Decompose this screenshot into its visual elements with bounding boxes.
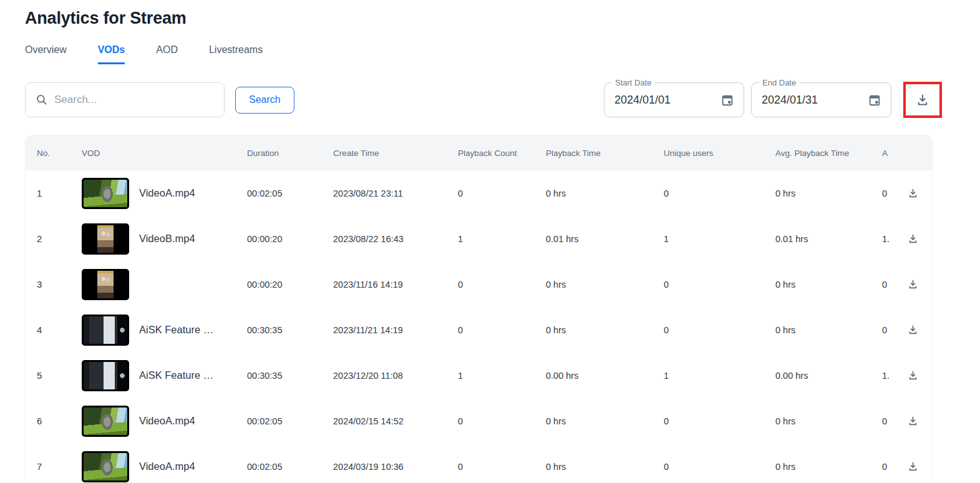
download-icon	[907, 187, 919, 199]
playback-time-value: 0.01 hrs	[546, 234, 664, 244]
a-column-value: 0	[882, 188, 903, 198]
tab-aod[interactable]: AOD	[156, 44, 178, 64]
vod-cell: VideoA.mp4	[82, 451, 247, 482]
avg-playback-time-value: 0.01 hrs	[775, 234, 882, 244]
create-time-value: 2023/08/21 23:11	[333, 188, 458, 198]
calendar-icon[interactable]	[868, 93, 881, 107]
table-row: 3 00:00:20 2023/11/16 14:19 0 0 hrs 0 0 …	[26, 261, 932, 307]
unique-users-value: 0	[664, 325, 775, 335]
vod-cell: VideoB.mp4	[82, 223, 247, 255]
column-header-vod: VOD	[82, 149, 247, 158]
a-column-value: 0	[882, 280, 903, 290]
avg-playback-time-value: 0.00 hrs	[775, 371, 882, 381]
column-header-unique-users: Unique users	[664, 149, 775, 158]
create-time-value: 2023/11/16 14:19	[333, 280, 458, 290]
vod-thumbnail[interactable]	[82, 178, 129, 209]
vod-thumbnail[interactable]	[82, 315, 129, 346]
row-download-button[interactable]	[905, 321, 921, 338]
tab-livestreams[interactable]: Livestreams	[209, 44, 263, 64]
row-download-button[interactable]	[905, 185, 921, 202]
row-download-cell	[903, 367, 932, 384]
tab-vods[interactable]: VODs	[98, 44, 125, 64]
vod-thumbnail[interactable]	[82, 451, 129, 482]
duration-value: 00:30:35	[247, 371, 333, 381]
start-date-value: 2024/01/01	[614, 94, 671, 107]
row-download-cell	[903, 458, 932, 475]
search-input[interactable]	[54, 94, 214, 106]
create-time-value: 2023/11/21 14:19	[333, 325, 458, 335]
unique-users-value: 0	[664, 462, 775, 472]
unique-users-value: 1	[664, 234, 775, 244]
export-download-button[interactable]	[903, 82, 942, 118]
playback-time-value: 0 hrs	[546, 416, 664, 426]
vod-cell: VideoA.mp4	[82, 406, 247, 437]
row-download-cell	[903, 230, 932, 247]
a-column-value: 0	[882, 462, 903, 472]
row-download-button[interactable]	[905, 276, 921, 293]
row-download-cell	[903, 276, 932, 293]
row-download-cell	[903, 412, 932, 429]
a-column-value: 1.	[882, 371, 903, 381]
download-icon	[915, 92, 930, 107]
vod-cell: AiSK Feature …	[82, 315, 247, 346]
avg-playback-time-value: 0 hrs	[775, 280, 882, 290]
playback-time-value: 0 hrs	[546, 188, 664, 198]
table-row: 6 VideoA.mp4 00:02:05 2024/02/15 14:52 0…	[26, 398, 932, 444]
calendar-icon[interactable]	[720, 93, 734, 107]
unique-users-value: 0	[664, 416, 775, 426]
playback-count-value: 0	[458, 325, 546, 335]
column-header-playback-count: Playback Count	[458, 149, 546, 158]
duration-value: 00:00:20	[247, 234, 333, 244]
avg-playback-time-value: 0 hrs	[775, 416, 882, 426]
vod-thumbnail[interactable]	[82, 360, 129, 391]
duration-value: 00:02:05	[247, 462, 333, 472]
row-number: 2	[37, 233, 82, 244]
start-date-field[interactable]: Start Date 2024/01/01	[604, 82, 744, 117]
vod-thumbnail[interactable]	[82, 269, 129, 300]
playback-time-value: 0 hrs	[546, 462, 664, 472]
vod-name: VideoB.mp4	[139, 233, 195, 245]
vod-name: VideoA.mp4	[139, 415, 195, 427]
create-time-value: 2023/08/22 16:43	[333, 234, 458, 244]
vod-name: VideoA.mp4	[139, 187, 195, 199]
unique-users-value: 0	[664, 188, 775, 198]
end-date-label: End Date	[759, 77, 799, 88]
duration-value: 00:02:05	[247, 188, 333, 198]
playback-time-value: 0.00 hrs	[546, 371, 664, 381]
filter-bar: Search Start Date 2024/01/01 End Date 20…	[25, 82, 942, 118]
download-icon	[907, 324, 919, 336]
create-time-value: 2024/02/15 14:52	[333, 416, 458, 426]
end-date-field[interactable]: End Date 2024/01/31	[751, 82, 891, 117]
table-body: 1 VideoA.mp4 00:02:05 2023/08/21 23:11 0…	[26, 170, 932, 483]
table-row: 2 VideoB.mp4 00:00:20 2023/08/22 16:43 1…	[26, 216, 932, 261]
playback-count-value: 0	[458, 280, 546, 290]
tab-overview[interactable]: Overview	[25, 44, 67, 64]
vod-thumbnail[interactable]	[82, 223, 129, 255]
vod-thumbnail[interactable]	[82, 406, 129, 437]
duration-value: 00:00:20	[247, 280, 333, 290]
row-number: 5	[37, 370, 82, 381]
row-download-cell	[903, 321, 932, 338]
row-download-button[interactable]	[905, 367, 921, 384]
row-download-button[interactable]	[905, 458, 921, 475]
row-download-button[interactable]	[905, 230, 921, 247]
download-icon	[907, 369, 919, 381]
search-box[interactable]	[25, 82, 225, 117]
vod-table: No.VODDurationCreate TimePlayback CountP…	[25, 135, 933, 483]
page: Analytics for Stream OverviewVODsAODLive…	[0, 0, 980, 483]
create-time-value: 2023/12/20 11:08	[333, 371, 458, 381]
table-header: No.VODDurationCreate TimePlayback CountP…	[26, 135, 932, 170]
row-number: 3	[37, 279, 82, 290]
tab-bar: OverviewVODsAODLivestreams	[25, 44, 980, 64]
vod-name: AiSK Feature …	[139, 369, 213, 381]
duration-value: 00:30:35	[247, 325, 333, 335]
playback-count-value: 0	[458, 462, 546, 472]
vod-cell	[82, 269, 247, 300]
playback-time-value: 0 hrs	[546, 325, 664, 335]
search-button[interactable]: Search	[235, 87, 294, 114]
playback-count-value: 1	[458, 371, 546, 381]
column-header-avg-playback-time: Avg. Playback Time	[775, 149, 882, 158]
row-download-button[interactable]	[905, 412, 921, 429]
row-number: 1	[37, 188, 82, 198]
duration-value: 00:02:05	[247, 416, 333, 426]
